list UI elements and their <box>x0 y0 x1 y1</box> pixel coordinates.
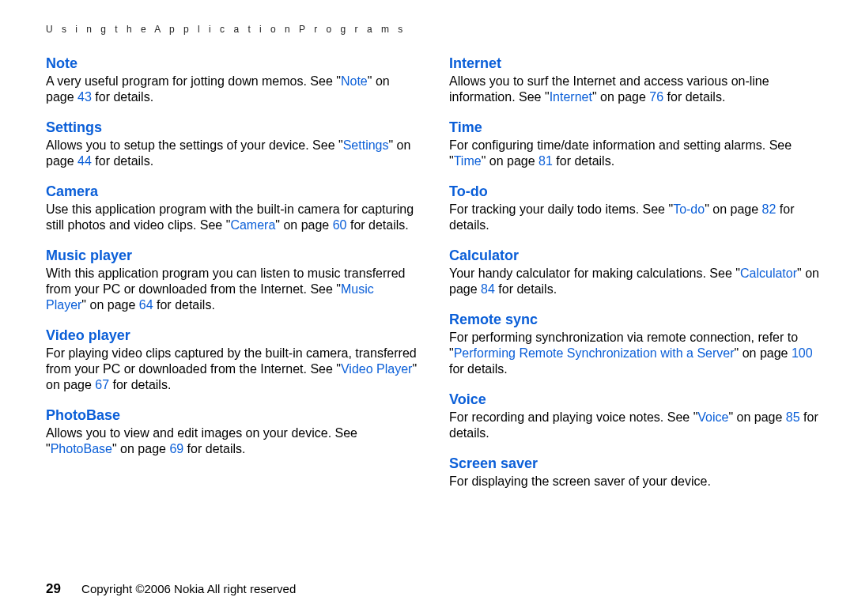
text: For displaying the screen saver of your … <box>449 474 711 488</box>
heading-photobase: PhotoBase <box>46 407 418 424</box>
section-internet: Internet Allows you to surf the Internet… <box>449 55 821 105</box>
section-screen-saver: Screen saver For displaying the screen s… <box>449 455 821 489</box>
section-voice: Voice For recording and playing voice no… <box>449 391 821 441</box>
link-time-page[interactable]: 81 <box>538 154 553 168</box>
text: for details. <box>183 442 245 455</box>
link-voice-page[interactable]: 85 <box>786 410 800 424</box>
left-column: Note A very useful program for jotting d… <box>46 55 418 504</box>
link-remote-sync-page[interactable]: 100 <box>792 346 813 360</box>
footer: 29 Copyright ©2006 Nokia All right reser… <box>46 581 296 597</box>
link-todo[interactable]: To-do <box>673 202 705 216</box>
text: For tracking your daily todo items. See … <box>449 202 673 216</box>
text: for details. <box>495 282 557 296</box>
section-note: Note A very useful program for jotting d… <box>46 55 418 105</box>
text: Your handy calculator for making calcula… <box>449 266 740 280</box>
link-voice[interactable]: Voice <box>697 410 728 424</box>
copyright-text: Copyright ©2006 Nokia All right reserved <box>81 582 296 595</box>
heading-note: Note <box>46 55 418 72</box>
section-video-player: Video player For playing video clips cap… <box>46 327 418 393</box>
link-calculator[interactable]: Calculator <box>740 266 797 280</box>
link-calculator-page[interactable]: 84 <box>481 282 495 296</box>
link-video-player-page[interactable]: 67 <box>95 378 109 391</box>
link-video-player[interactable]: Video Player <box>341 362 412 376</box>
heading-video-player: Video player <box>46 327 418 344</box>
paragraph-note: A very useful program for jotting down m… <box>46 74 418 105</box>
link-internet[interactable]: Internet <box>550 90 592 104</box>
link-photobase-page[interactable]: 69 <box>169 442 183 455</box>
paragraph-calculator: Your handy calculator for making calcula… <box>449 266 821 297</box>
paragraph-internet: Allows you to surf the Internet and acce… <box>449 74 821 105</box>
paragraph-settings: Allows you to setup the settings of your… <box>46 138 418 169</box>
heading-screen-saver: Screen saver <box>449 455 821 472</box>
heading-remote-sync: Remote sync <box>449 312 821 328</box>
paragraph-todo: For tracking your daily todo items. See … <box>449 202 821 233</box>
heading-time: Time <box>449 119 821 136</box>
link-camera[interactable]: Camera <box>230 218 275 232</box>
section-todo: To-do For tracking your daily todo items… <box>449 183 821 233</box>
heading-music-player: Music player <box>46 248 418 264</box>
section-time: Time For configuring time/date informati… <box>449 119 821 169</box>
heading-settings: Settings <box>46 119 418 136</box>
text: " on page <box>728 410 785 424</box>
paragraph-camera: Use this application program with the bu… <box>46 202 418 233</box>
section-photobase: PhotoBase Allows you to view and edit im… <box>46 407 418 457</box>
section-music-player: Music player With this application progr… <box>46 248 418 313</box>
link-todo-page[interactable]: 82 <box>762 202 777 216</box>
heading-camera: Camera <box>46 183 418 200</box>
page-number: 29 <box>46 581 61 596</box>
text: " on page <box>592 90 649 104</box>
section-camera: Camera Use this application program with… <box>46 183 418 233</box>
paragraph-remote-sync: For performing synchronization via remot… <box>449 330 821 377</box>
paragraph-music-player: With this application program you can li… <box>46 266 418 313</box>
text: for details. <box>346 218 408 232</box>
link-settings-page[interactable]: 44 <box>77 154 92 168</box>
section-settings: Settings Allows you to setup the setting… <box>46 119 418 169</box>
text: A very useful program for jotting down m… <box>46 74 341 88</box>
right-column: Internet Allows you to surf the Internet… <box>449 55 821 504</box>
text: " on page <box>275 218 332 232</box>
paragraph-time: For configuring time/date information an… <box>449 138 821 169</box>
heading-todo: To-do <box>449 183 821 200</box>
link-note-page[interactable]: 43 <box>77 90 92 104</box>
heading-calculator: Calculator <box>449 248 821 264</box>
paragraph-screen-saver: For displaying the screen saver of your … <box>449 474 821 489</box>
heading-internet: Internet <box>449 55 821 72</box>
text: for details. <box>92 154 153 168</box>
text: " on page <box>482 154 538 168</box>
text: for details. <box>449 362 508 376</box>
text: " on page <box>705 202 761 216</box>
running-header: U s i n g t h e A p p l i c a t i o n P … <box>46 24 822 35</box>
link-internet-page[interactable]: 76 <box>649 90 663 104</box>
text: for details. <box>109 378 171 391</box>
text: " on page <box>112 442 169 455</box>
link-remote-sync[interactable]: Performing Remote Synchronization with a… <box>454 346 735 360</box>
text: for details. <box>92 90 153 104</box>
section-remote-sync: Remote sync For performing synchronizati… <box>449 312 821 377</box>
main-columns: Note A very useful program for jotting d… <box>46 55 822 504</box>
text: for details. <box>553 154 614 168</box>
paragraph-photobase: Allows you to view and edit images on yo… <box>46 425 418 457</box>
paragraph-voice: For recording and playing voice notes. S… <box>449 410 821 441</box>
text: For recording and playing voice notes. S… <box>449 410 697 424</box>
heading-voice: Voice <box>449 391 821 408</box>
link-settings[interactable]: Settings <box>343 138 389 152</box>
link-music-player-page[interactable]: 64 <box>139 298 153 312</box>
link-note[interactable]: Note <box>341 74 368 88</box>
text: " on page <box>735 346 792 360</box>
text: for details. <box>153 298 215 312</box>
link-time[interactable]: Time <box>454 154 482 168</box>
text: " on page <box>81 298 138 312</box>
text: Allows you to setup the settings of your… <box>46 138 343 152</box>
link-photobase[interactable]: PhotoBase <box>51 442 112 455</box>
section-calculator: Calculator Your handy calculator for mak… <box>449 248 821 297</box>
text: for details. <box>663 90 725 104</box>
link-camera-page[interactable]: 60 <box>333 218 347 232</box>
paragraph-video-player: For playing video clips captured by the … <box>46 346 418 393</box>
